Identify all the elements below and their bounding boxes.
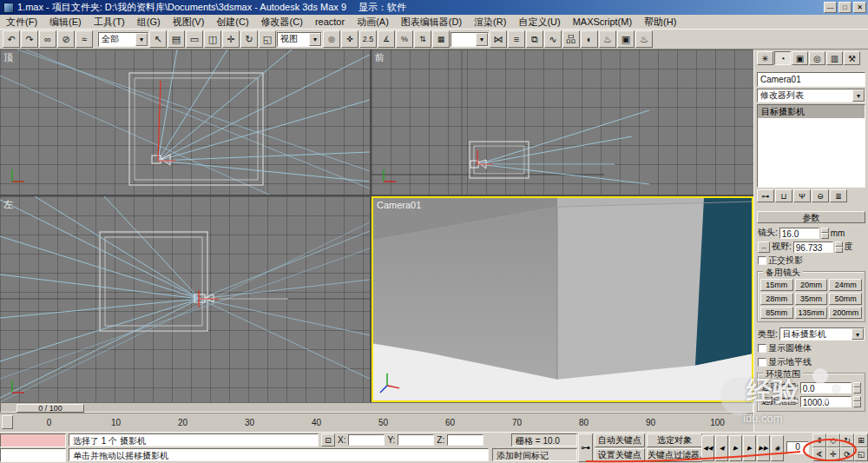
time-slider-track[interactable]: 0 / 100 — [0, 402, 753, 413]
configure-modifier-sets-icon[interactable]: ≣ — [830, 189, 847, 202]
curve-editor-icon[interactable]: ∿ — [544, 30, 562, 48]
schematic-view-icon[interactable]: 品 — [562, 30, 580, 48]
selection-filter-dropdown[interactable]: 全部 — [98, 32, 148, 47]
tab-create[interactable]: ✳ — [757, 51, 773, 65]
go-to-end-button[interactable]: ▶▶ — [757, 435, 770, 461]
orbit-camera-button[interactable]: ⟳ — [840, 447, 854, 461]
tab-modify[interactable]: ◔ — [774, 51, 791, 65]
quick-render-icon[interactable]: ♨ — [635, 30, 653, 48]
fov-value-field[interactable]: 96.733 — [793, 241, 833, 253]
orthographic-checkbox[interactable] — [758, 256, 766, 265]
select-and-rotate-icon[interactable]: ↻ — [240, 30, 258, 48]
truck-camera-button[interactable]: ✛ — [826, 447, 840, 461]
x-coordinate-field[interactable] — [348, 434, 385, 446]
render-type-icon[interactable]: ▣ — [617, 30, 635, 48]
render-scene-icon[interactable]: ♨ — [599, 30, 616, 48]
spinner-snap-icon[interactable]: ⇅ — [414, 30, 431, 48]
maximize-viewport-button[interactable]: ◱ — [854, 447, 868, 461]
menu-item[interactable]: 修改器(C) — [255, 15, 309, 29]
menu-item[interactable]: 帮助(H) — [638, 15, 682, 29]
viewport-label[interactable]: 顶 — [3, 51, 13, 64]
bind-to-spacewarp-icon[interactable]: ≈ — [76, 30, 93, 48]
set-keys-button[interactable]: ⊶ — [578, 433, 593, 462]
reference-coordinate-dropdown[interactable]: 视图 — [277, 32, 322, 47]
y-coordinate-field[interactable] — [398, 434, 434, 446]
lens-value-field[interactable]: 16.0 — [779, 228, 819, 239]
lens-preset-button[interactable]: 35mm — [795, 293, 828, 305]
menu-item[interactable]: 自定义(U) — [512, 15, 566, 29]
maxscript-mini-listener-white[interactable] — [0, 448, 66, 462]
camera-type-dropdown[interactable]: 目标摄影机 — [779, 327, 865, 341]
menu-item[interactable]: 渲染(R) — [468, 15, 512, 29]
spinner-icon[interactable] — [853, 396, 861, 407]
previous-frame-button[interactable]: ◀ — [715, 435, 728, 461]
percent-snap-icon[interactable]: % — [396, 30, 413, 48]
rectangular-selection-region-icon[interactable]: ▭ — [186, 30, 203, 48]
minimize-button[interactable]: — — [824, 2, 837, 13]
align-icon[interactable]: ≡ — [508, 30, 525, 48]
angle-snap-icon[interactable]: ∡ — [378, 30, 395, 48]
tab-hierarchy[interactable]: ▣ — [792, 51, 808, 65]
show-horizon-checkbox[interactable] — [758, 358, 766, 367]
selected-filter-dropdown[interactable]: 选定对象 — [647, 433, 702, 447]
object-name-field[interactable]: Camera01 — [757, 72, 865, 87]
roll-camera-button[interactable]: ↻ — [840, 433, 854, 447]
lock-selection-button[interactable]: ⊡ — [321, 433, 335, 446]
lens-preset-button[interactable]: 85mm — [760, 307, 793, 319]
viewport-front[interactable]: 前 — [372, 50, 753, 195]
lens-preset-button[interactable]: 20mm — [795, 279, 828, 291]
stack-item[interactable]: 目标摄影机 — [758, 105, 865, 118]
viewport-left[interactable]: 左 — [0, 196, 370, 402]
near-range-field[interactable]: 0.0 — [800, 382, 852, 394]
viewport-label[interactable]: Camera01 — [377, 200, 421, 210]
window-crossing-icon[interactable]: ◫ — [204, 30, 221, 48]
spinner-icon[interactable] — [835, 241, 843, 253]
select-object-icon[interactable]: ↖ — [149, 30, 167, 48]
tab-motion[interactable]: ◎ — [809, 51, 825, 65]
menu-item[interactable]: 视图(V) — [167, 15, 211, 29]
menu-item[interactable]: 组(G) — [131, 15, 167, 29]
key-filters-button[interactable]: 关键点过滤器... — [647, 448, 702, 462]
lens-preset-button[interactable]: 135mm — [795, 307, 828, 319]
layer-manager-icon[interactable]: ⧉ — [526, 30, 543, 48]
select-by-name-icon[interactable]: ▤ — [168, 30, 185, 48]
named-selection-sets-icon[interactable]: ▦ — [432, 30, 450, 48]
close-button[interactable]: ✕ — [853, 2, 866, 13]
z-coordinate-field[interactable] — [447, 434, 483, 446]
menu-item[interactable]: 文件(F) — [0, 15, 43, 29]
named-selection-sets-dropdown[interactable] — [450, 32, 489, 47]
viewport-camera[interactable]: Camera01 — [372, 196, 753, 402]
menu-item[interactable]: reactor — [309, 15, 351, 29]
time-slider-handle[interactable]: 0 / 100 — [16, 404, 84, 413]
remove-modifier-icon[interactable]: ⊖ — [812, 189, 829, 202]
select-and-scale-icon[interactable]: ◱ — [259, 30, 276, 48]
mirror-icon[interactable]: ⋈ — [490, 30, 507, 48]
parameters-rollout-header[interactable]: 参数 — [757, 211, 865, 223]
track-bar[interactable]: 0102030405060708090100 — [0, 413, 753, 432]
select-and-manipulate-icon[interactable]: ✜ — [341, 30, 358, 48]
viewport-label[interactable]: 左 — [3, 198, 13, 211]
menu-item[interactable]: 图表编辑器(D) — [395, 15, 468, 29]
tab-utilities[interactable]: ⚒ — [844, 51, 860, 65]
add-time-tag-field[interactable]: 添加时间标记 — [492, 448, 577, 461]
use-pivot-center-icon[interactable]: ◎ — [323, 30, 340, 48]
lens-preset-button[interactable]: 24mm — [829, 279, 862, 291]
play-button[interactable]: ▶ — [729, 435, 742, 461]
select-and-move-icon[interactable]: ✛ — [222, 30, 240, 48]
lens-preset-button[interactable]: 200mm — [829, 307, 862, 319]
auto-key-button[interactable]: 自动关键点 — [595, 433, 645, 447]
material-editor-icon[interactable]: ◐ — [581, 30, 598, 48]
viewport-top[interactable]: 顶 — [0, 50, 370, 195]
lens-preset-button[interactable]: 28mm — [760, 293, 793, 305]
menu-item[interactable]: 工具(T) — [88, 15, 131, 29]
set-key-button[interactable]: 设置关键点 — [595, 448, 645, 462]
show-cone-checkbox[interactable] — [758, 344, 766, 353]
maxscript-mini-listener-pink[interactable] — [0, 433, 66, 447]
tab-display[interactable]: ▥ — [826, 51, 843, 65]
fov-direction-button[interactable]: ↔ — [758, 241, 770, 253]
undo-icon[interactable]: ↶ — [3, 30, 20, 48]
field-of-view-button[interactable]: ∢ — [812, 447, 826, 461]
mini-curve-editor-button[interactable] — [2, 415, 13, 429]
next-frame-button[interactable]: ▶ — [743, 435, 756, 461]
select-and-link-icon[interactable]: ∞ — [39, 30, 56, 48]
